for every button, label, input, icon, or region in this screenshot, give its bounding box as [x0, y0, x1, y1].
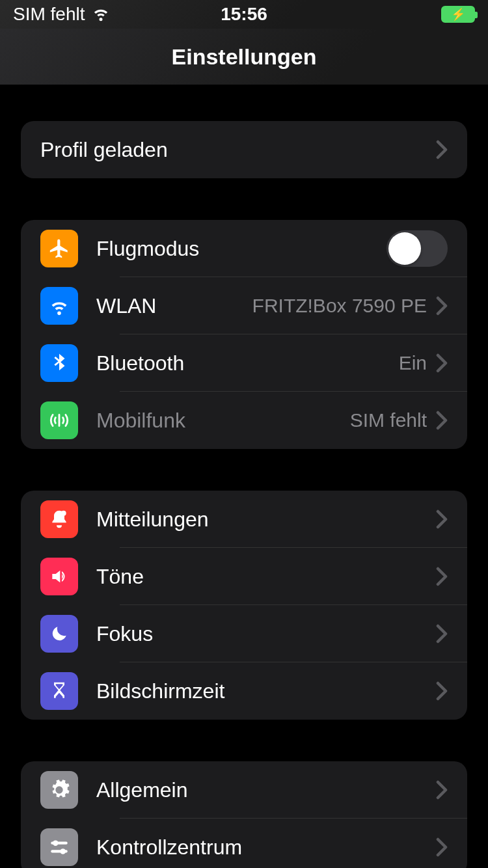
group-general: Allgemein Kontrollzentrum [21, 761, 467, 868]
row-airplane-mode[interactable]: Flugmodus [21, 220, 467, 277]
chevron-right-icon [436, 411, 448, 430]
cellular-icon [40, 401, 78, 439]
status-bar: SIM fehlt 15:56 ⚡ [0, 0, 488, 29]
bluetooth-icon [40, 344, 78, 382]
chevron-right-icon [436, 681, 448, 701]
airplane-toggle[interactable] [386, 230, 448, 267]
bluetooth-label: Bluetooth [96, 351, 399, 375]
sounds-label: Töne [96, 565, 436, 589]
row-sounds[interactable]: Töne [21, 548, 467, 605]
row-bluetooth[interactable]: Bluetooth Ein [21, 334, 467, 392]
cellular-label: Mobilfunk [96, 409, 350, 433]
hourglass-icon [40, 672, 78, 710]
chevron-right-icon [436, 567, 448, 586]
focus-label: Fokus [96, 622, 436, 646]
svg-point-2 [53, 840, 59, 846]
wlan-label: WLAN [96, 294, 252, 318]
row-wlan[interactable]: WLAN FRITZ!Box 7590 PE [21, 277, 467, 334]
svg-point-4 [60, 848, 66, 854]
chevron-right-icon [436, 780, 448, 800]
page-title: Einstellungen [172, 44, 317, 70]
bluetooth-detail: Ein [399, 352, 427, 374]
wlan-detail: FRITZ!Box 7590 PE [252, 295, 427, 317]
speaker-icon [40, 558, 78, 595]
controlcenter-label: Kontrollzentrum [96, 835, 436, 860]
row-profile-loaded[interactable]: Profil geladen [21, 121, 467, 178]
row-general[interactable]: Allgemein [21, 761, 467, 819]
moon-icon [40, 615, 78, 653]
chevron-right-icon [436, 353, 448, 373]
gear-icon [40, 771, 78, 809]
chevron-right-icon [436, 509, 448, 529]
general-label: Allgemein [96, 778, 436, 802]
notifications-label: Mitteilungen [96, 508, 436, 532]
screentime-label: Bildschirmzeit [96, 679, 436, 703]
chevron-right-icon [436, 624, 448, 644]
airplane-icon [40, 230, 78, 267]
chevron-right-icon [436, 296, 448, 316]
settings-scroll[interactable]: Profil geladen Flugmodus WLAN FRITZ!Box … [0, 85, 488, 868]
battery-charging-icon: ⚡ [441, 6, 475, 23]
airplane-label: Flugmodus [96, 237, 386, 261]
cellular-detail: SIM fehlt [350, 409, 427, 431]
profile-label: Profil geladen [40, 138, 436, 162]
row-notifications[interactable]: Mitteilungen [21, 491, 467, 548]
sliders-icon [40, 828, 78, 866]
chevron-right-icon [436, 140, 448, 159]
svg-point-0 [61, 511, 66, 516]
group-connectivity: Flugmodus WLAN FRITZ!Box 7590 PE Bluetoo… [21, 220, 467, 449]
clock: 15:56 [221, 4, 267, 25]
wifi-icon [40, 287, 78, 325]
row-screentime[interactable]: Bildschirmzeit [21, 662, 467, 720]
row-control-center[interactable]: Kontrollzentrum [21, 819, 467, 868]
wifi-status-icon [91, 3, 111, 27]
bell-icon [40, 500, 78, 538]
row-focus[interactable]: Fokus [21, 605, 467, 662]
chevron-right-icon [436, 837, 448, 857]
nav-bar: Einstellungen [0, 29, 488, 85]
carrier-text: SIM fehlt [13, 4, 85, 25]
group-notifications: Mitteilungen Töne Fokus Bildschirmzeit [21, 491, 467, 720]
group-profile: Profil geladen [21, 121, 467, 178]
row-cellular[interactable]: Mobilfunk SIM fehlt [21, 392, 467, 449]
